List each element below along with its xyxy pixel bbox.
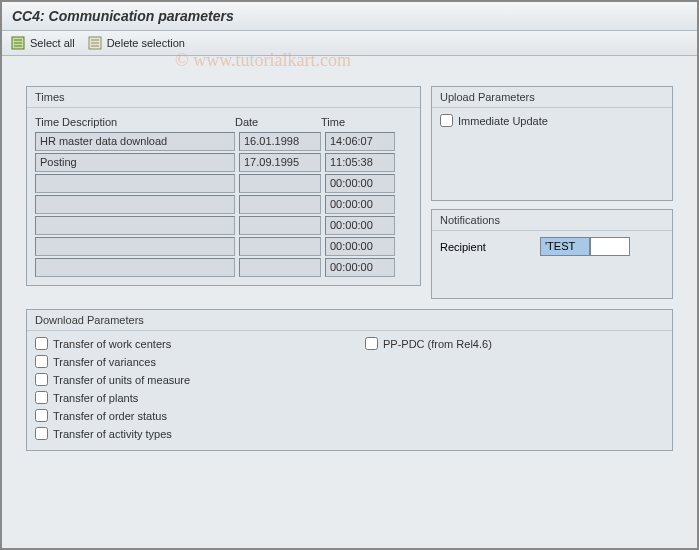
upload-group: Upload Parameters Immediate Update: [431, 86, 673, 201]
time-desc-field[interactable]: [35, 258, 235, 277]
time-date-field[interactable]: 17.09.1995: [239, 153, 321, 172]
delete-selection-label: Delete selection: [107, 37, 185, 49]
time-date-field[interactable]: [239, 195, 321, 214]
transfer-work-centers-checkbox[interactable]: [35, 337, 48, 350]
times-header-row: Time Description Date Time: [35, 114, 412, 132]
time-desc-field[interactable]: Posting: [35, 153, 235, 172]
col-header-date: Date: [235, 116, 321, 128]
time-time-field[interactable]: 00:00:00: [325, 237, 395, 256]
table-row: 00:00:00: [35, 174, 412, 193]
table-row: 00:00:00: [35, 258, 412, 277]
delete-selection-icon: [87, 35, 103, 51]
time-desc-field[interactable]: HR master data download: [35, 132, 235, 151]
checkbox-label: Transfer of variances: [53, 356, 156, 368]
time-time-field[interactable]: 00:00:00: [325, 258, 395, 277]
transfer-order-status-checkbox[interactable]: [35, 409, 48, 422]
time-date-field[interactable]: [239, 174, 321, 193]
time-desc-field[interactable]: [35, 216, 235, 235]
app-window: CC4: Communication parameters Select all: [0, 0, 699, 550]
times-group: Times Time Description Date Time HR mast…: [26, 86, 421, 286]
download-title: Download Parameters: [27, 310, 672, 331]
upload-title: Upload Parameters: [432, 87, 672, 108]
checkbox-label: Transfer of order status: [53, 410, 167, 422]
checkbox-label: Transfer of work centers: [53, 338, 171, 350]
page-title: CC4: Communication parameters: [2, 2, 697, 31]
notifications-group: Notifications Recipient 'TEST: [431, 209, 673, 299]
table-row: 00:00:00: [35, 195, 412, 214]
download-group: Download Parameters Transfer of work cen…: [26, 309, 673, 451]
table-row: HR master data download 16.01.1998 14:06…: [35, 132, 412, 151]
transfer-variances-checkbox[interactable]: [35, 355, 48, 368]
checkbox-label: Transfer of units of measure: [53, 374, 190, 386]
time-time-field[interactable]: 00:00:00: [325, 216, 395, 235]
transfer-plants-checkbox[interactable]: [35, 391, 48, 404]
table-row: Posting 17.09.1995 11:05:38: [35, 153, 412, 172]
time-time-field[interactable]: 00:00:00: [325, 195, 395, 214]
recipient-label: Recipient: [440, 241, 530, 253]
time-time-field[interactable]: 00:00:00: [325, 174, 395, 193]
transfer-activity-types-checkbox[interactable]: [35, 427, 48, 440]
content-area: Times Time Description Date Time HR mast…: [2, 56, 697, 467]
immediate-update-checkbox[interactable]: [440, 114, 453, 127]
notifications-title: Notifications: [432, 210, 672, 231]
time-date-field[interactable]: [239, 216, 321, 235]
time-date-field[interactable]: [239, 237, 321, 256]
col-header-desc: Time Description: [35, 116, 235, 128]
checkbox-label: Transfer of plants: [53, 392, 138, 404]
select-all-label: Select all: [30, 37, 75, 49]
table-row: 00:00:00: [35, 216, 412, 235]
times-title: Times: [27, 87, 420, 108]
time-desc-field[interactable]: [35, 195, 235, 214]
recipient-input[interactable]: 'TEST: [540, 237, 590, 256]
select-all-icon: [10, 35, 26, 51]
col-header-time: Time: [321, 116, 396, 128]
time-desc-field[interactable]: [35, 174, 235, 193]
time-date-field[interactable]: 16.01.1998: [239, 132, 321, 151]
table-row: 00:00:00: [35, 237, 412, 256]
toolbar: Select all Delete selection: [2, 31, 697, 56]
transfer-units-checkbox[interactable]: [35, 373, 48, 386]
checkbox-label: Transfer of activity types: [53, 428, 172, 440]
time-date-field[interactable]: [239, 258, 321, 277]
recipient-input-extra[interactable]: [590, 237, 630, 256]
checkbox-label: PP-PDC (from Rel4.6): [383, 338, 492, 350]
time-time-field[interactable]: 11:05:38: [325, 153, 395, 172]
delete-selection-button[interactable]: Delete selection: [87, 35, 185, 51]
pp-pdc-checkbox[interactable]: [365, 337, 378, 350]
time-desc-field[interactable]: [35, 237, 235, 256]
immediate-update-label: Immediate Update: [458, 115, 548, 127]
time-time-field[interactable]: 14:06:07: [325, 132, 395, 151]
select-all-button[interactable]: Select all: [10, 35, 75, 51]
